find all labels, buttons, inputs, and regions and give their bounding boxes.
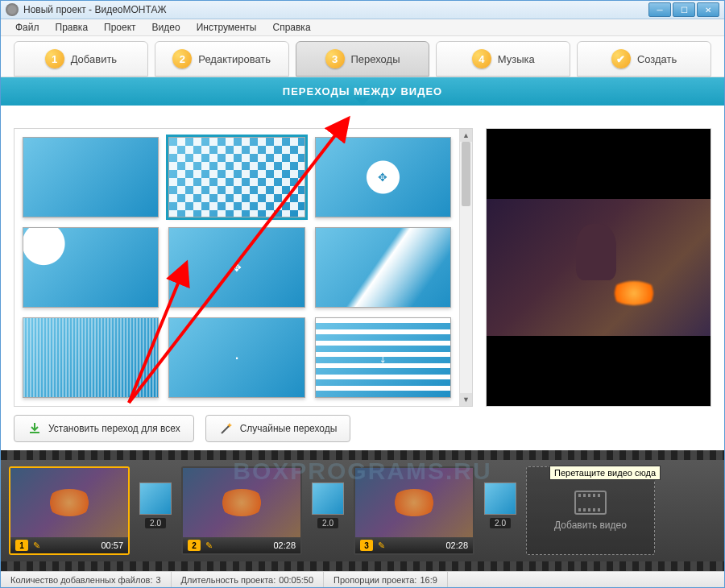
transition-thumb[interactable]: [315, 137, 451, 217]
clip-number: 1: [15, 540, 28, 551]
transition-thumb[interactable]: [23, 227, 159, 308]
filmstrip-decoration: [1, 450, 724, 460]
action-buttons: Установить переход для всех Случайные пе…: [14, 407, 711, 442]
timeline-clip[interactable]: 3 ✎ 02:28: [354, 466, 474, 555]
menu-file[interactable]: Файл: [7, 19, 48, 35]
transition-thumb[interactable]: [168, 227, 304, 308]
scroll-up-icon[interactable]: ▲: [460, 129, 472, 142]
status-value: 00:05:50: [279, 575, 313, 585]
clip-duration: 02:28: [273, 540, 296, 550]
minimize-button[interactable]: ─: [648, 2, 671, 17]
transition-chip[interactable]: 2.0: [309, 482, 347, 539]
step-badge-2: 2: [172, 49, 192, 68]
clip-thumbnail: [183, 468, 300, 537]
scroll-thumb[interactable]: [462, 142, 470, 206]
main-area: ▲ ▼ Установить переход для всех: [1, 106, 724, 450]
filmstrip-decoration: [1, 561, 724, 571]
tab-label: Добавить: [71, 53, 117, 65]
window-title: Новый проект - ВидеоМОНТАЖ: [23, 4, 647, 15]
tab-label: Музыка: [498, 53, 535, 65]
clip-info-bar: 3 ✎ 02:28: [355, 537, 473, 553]
preview-panel: [486, 128, 711, 407]
clip-thumbnail: [355, 468, 473, 537]
menubar: Файл Правка Проект Видео Инструменты Спр…: [1, 19, 724, 36]
pencil-icon[interactable]: ✎: [205, 540, 213, 551]
clip-info-bar: 2 ✎ 02:28: [183, 537, 300, 553]
transition-duration: 2.0: [145, 518, 166, 528]
tab-label: Редактировать: [198, 53, 271, 65]
clips-row: ✂ ★ 1 ✎ 00:57 2.0 2 ✎ 02:28: [1, 460, 724, 561]
preview-frame: [487, 199, 710, 336]
random-button[interactable]: Случайные переходы: [205, 415, 351, 442]
transition-thumb[interactable]: [23, 137, 159, 217]
transition-chip[interactable]: 2.0: [481, 482, 520, 539]
pencil-icon[interactable]: ✎: [33, 540, 40, 551]
transition-mini-thumb: [484, 482, 516, 515]
transitions-panel: ▲ ▼: [14, 128, 473, 407]
status-files: Количество добавленных файлов: 3: [1, 572, 172, 587]
content-row: ▲ ▼: [14, 106, 711, 407]
transitions-grid: [14, 129, 459, 406]
clip-info-bar: 1 ✎ 00:57: [10, 537, 128, 553]
titlebar: Новый проект - ВидеоМОНТАЖ ─ ☐ ✕: [1, 1, 724, 19]
status-label: Длительность проекта:: [181, 575, 276, 585]
section-title: ПЕРЕХОДЫ МЕЖДУ ВИДЕО: [283, 85, 442, 97]
transition-chip[interactable]: 2.0: [136, 482, 175, 539]
menu-tools[interactable]: Инструменты: [188, 19, 265, 35]
status-aspect: Пропорции проекта: 16:9: [324, 572, 448, 587]
statusbar: Количество добавленных файлов: 3 Длитель…: [1, 571, 724, 587]
scroll-down-icon[interactable]: ▼: [460, 393, 472, 406]
dropzone-label: Добавить видео: [554, 520, 627, 531]
button-label: Установить переход для всех: [48, 423, 180, 434]
tab-label: Переходы: [351, 53, 400, 65]
apply-all-button[interactable]: Установить переход для всех: [14, 415, 194, 442]
app-icon: [6, 3, 19, 16]
menu-project[interactable]: Проект: [96, 19, 144, 35]
menu-help[interactable]: Справка: [264, 19, 318, 35]
status-label: Пропорции проекта:: [334, 575, 416, 585]
timeline: ✂ ★ 1 ✎ 00:57 2.0 2 ✎ 02:28: [1, 450, 724, 571]
transition-thumb[interactable]: [315, 317, 451, 398]
status-value: 3: [155, 575, 160, 585]
app-window: Новый проект - ВидеоМОНТАЖ ─ ☐ ✕ Файл Пр…: [0, 0, 725, 588]
status-label: Количество добавленных файлов:: [10, 575, 152, 585]
tab-add[interactable]: 1 Добавить: [14, 41, 148, 77]
tab-edit[interactable]: 2 Редактировать: [155, 41, 289, 77]
timeline-clip[interactable]: 2 ✎ 02:28: [181, 466, 302, 555]
scrollbar[interactable]: ▲ ▼: [459, 129, 472, 406]
transition-thumb[interactable]: [168, 317, 304, 398]
clip-thumbnail: [10, 468, 128, 537]
pencil-icon[interactable]: ✎: [378, 540, 385, 551]
transition-thumb[interactable]: [168, 137, 304, 217]
transition-duration: 2.0: [317, 518, 338, 528]
clip-number: 3: [360, 540, 373, 551]
tooltip: Перетащите видео сюда: [549, 466, 661, 480]
magic-wand-icon: [219, 421, 234, 436]
workflow-tabs: 1 Добавить 2 Редактировать 3 Переходы 4 …: [1, 36, 724, 77]
transition-mini-thumb: [312, 482, 344, 515]
transition-thumb[interactable]: [315, 227, 451, 308]
film-reel-icon: [574, 491, 607, 515]
step-badge-1: 1: [45, 49, 64, 68]
maximize-button[interactable]: ☐: [673, 2, 695, 17]
section-header: ПЕРЕХОДЫ МЕЖДУ ВИДЕО: [1, 77, 724, 106]
tab-music[interactable]: 4 Музыка: [436, 41, 570, 77]
clip-duration: 00:57: [101, 540, 123, 550]
menu-edit[interactable]: Правка: [48, 19, 97, 35]
download-arrow-icon: [27, 421, 42, 436]
tab-create[interactable]: ✔ Создать: [577, 41, 711, 77]
add-video-dropzone[interactable]: Перетащите видео сюда Добавить видео: [526, 466, 655, 555]
clip-number: 2: [188, 540, 201, 551]
clip-duration: 02:28: [445, 540, 468, 550]
close-button[interactable]: ✕: [697, 2, 719, 17]
transition-duration: 2.0: [490, 518, 511, 528]
timeline-clip[interactable]: ✂ ★ 1 ✎ 00:57: [9, 466, 130, 555]
step-badge-4: 4: [472, 49, 491, 68]
step-badge-check: ✔: [611, 49, 631, 68]
menu-video[interactable]: Видео: [144, 19, 188, 35]
transition-mini-thumb: [139, 482, 172, 515]
transition-thumb[interactable]: [23, 317, 159, 398]
tab-transitions[interactable]: 3 Переходы: [296, 41, 430, 77]
button-label: Случайные переходы: [240, 423, 338, 434]
tab-label: Создать: [637, 53, 677, 65]
